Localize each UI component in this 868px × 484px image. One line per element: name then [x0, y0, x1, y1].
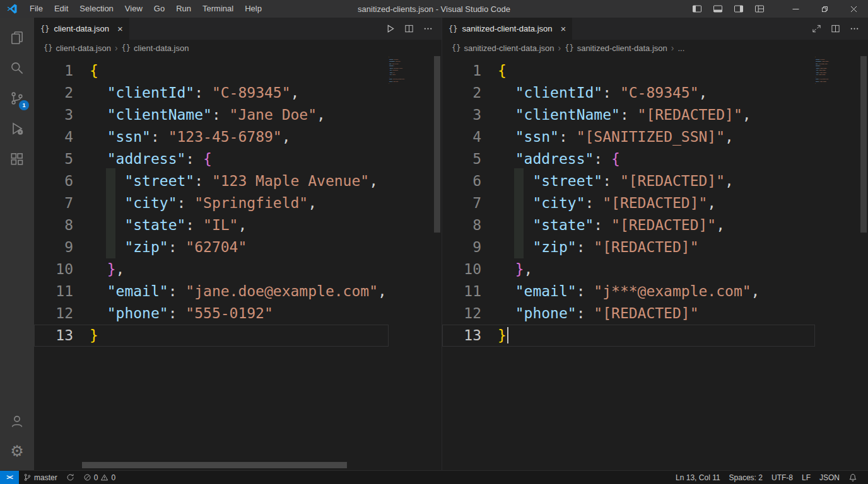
- menu-file[interactable]: File: [24, 0, 49, 18]
- extensions-icon[interactable]: [2, 144, 32, 174]
- editor-area: {} client-data.json × {}client-data: [34, 18, 868, 470]
- cursor-position[interactable]: Ln 13, Col 11: [671, 471, 725, 484]
- line-number: 1: [442, 60, 498, 82]
- code-line[interactable]: 10 },: [34, 258, 389, 280]
- more-actions-button[interactable]: [420, 21, 435, 37]
- code-line[interactable]: 1{: [442, 60, 815, 82]
- code-line[interactable]: 13}: [34, 325, 389, 347]
- search-icon[interactable]: [2, 53, 32, 83]
- menu-terminal[interactable]: Terminal: [197, 0, 239, 18]
- editor-group-right: {} sanitized-client-data.json × {}s: [442, 18, 868, 470]
- code-line[interactable]: 6 "street": "123 Maple Avenue",: [34, 170, 389, 192]
- encoding-status[interactable]: UTF-8: [767, 471, 797, 484]
- code-line[interactable]: 13}: [442, 325, 815, 347]
- toggle-panel-icon[interactable]: [707, 0, 728, 18]
- breadcrumb-item[interactable]: {}client-data.json: [122, 43, 189, 53]
- code-line[interactable]: 4 "ssn": "[SANITIZED_SSN]",: [442, 126, 815, 148]
- code-line[interactable]: 7 "city": "Springfield",: [34, 192, 389, 214]
- code-line[interactable]: 10 },: [442, 258, 815, 280]
- code-line[interactable]: 11 "email": "j***@example.com",: [442, 280, 815, 302]
- branch-status[interactable]: master: [19, 471, 62, 484]
- breadcrumb-item[interactable]: {}client-data.json: [44, 43, 111, 53]
- json-file-icon: {}: [449, 25, 457, 33]
- code-line[interactable]: 5 "address": {: [442, 148, 815, 170]
- tab-close-icon[interactable]: ×: [561, 23, 566, 34]
- remote-indicator[interactable]: ><: [0, 471, 19, 484]
- line-number: 4: [34, 126, 90, 148]
- code-line[interactable]: 8 "state": "[REDACTED]",: [442, 214, 815, 236]
- breadcrumb-item[interactable]: {}sanitized-client-data.json: [565, 43, 667, 53]
- code-line[interactable]: 11 "email": "jane.doe@example.com",: [34, 280, 389, 302]
- code-line[interactable]: 5 "address": {: [34, 148, 389, 170]
- restore-button[interactable]: [810, 0, 839, 18]
- breadcrumb-item[interactable]: ...: [677, 43, 684, 53]
- toggle-secondary-sidebar-icon[interactable]: [728, 0, 749, 18]
- code-line[interactable]: 4 "ssn": "123-45-6789",: [34, 126, 389, 148]
- run-debug-icon[interactable]: [2, 113, 32, 144]
- menu-run[interactable]: Run: [170, 0, 197, 18]
- language-mode[interactable]: JSON: [815, 471, 844, 484]
- accounts-icon[interactable]: [2, 406, 32, 436]
- horizontal-scrollbar[interactable]: [82, 462, 347, 468]
- code-line[interactable]: 8 "state": "IL",: [34, 214, 389, 236]
- code-line[interactable]: 6 "street": "[REDACTED]",: [442, 170, 815, 192]
- minimize-button[interactable]: [781, 0, 810, 18]
- line-number: 8: [34, 214, 90, 236]
- code-editor[interactable]: 1{2 "clientId": "C-89345",3 "clientName"…: [442, 56, 815, 470]
- code-line[interactable]: 12 "phone": "[REDACTED]": [442, 302, 815, 325]
- code-line[interactable]: 3 "clientName": "Jane Doe",: [34, 104, 389, 126]
- menu-help[interactable]: Help: [239, 0, 267, 18]
- line-number: 11: [442, 280, 498, 302]
- split-editor-button[interactable]: [401, 21, 416, 37]
- minimap[interactable]: 1{2 "clientId": "C-89345",3 "clientName"…: [815, 56, 859, 470]
- tab-client-data-json[interactable]: {} client-data.json ×: [34, 18, 130, 40]
- menu-edit[interactable]: Edit: [49, 0, 74, 18]
- line-number: 3: [34, 104, 90, 126]
- tab-sanitized-client-data-json[interactable]: {} sanitized-client-data.json ×: [442, 18, 573, 40]
- toggle-primary-sidebar-icon[interactable]: [686, 0, 707, 18]
- line-number: 7: [442, 192, 498, 214]
- code-line[interactable]: 3 "clientName": "[REDACTED]",: [442, 104, 815, 126]
- sync-button[interactable]: [62, 471, 79, 484]
- active-indent-guide: [106, 168, 115, 258]
- explorer-icon[interactable]: [2, 23, 32, 53]
- eol-status[interactable]: LF: [797, 471, 815, 484]
- menu-selection[interactable]: Selection: [74, 0, 119, 18]
- vertical-scrollbar[interactable]: [433, 56, 442, 470]
- settings-gear-icon[interactable]: ⚙: [2, 436, 32, 466]
- line-number: 5: [442, 148, 498, 170]
- code-line[interactable]: 2 "clientId": "C-89345",: [34, 82, 389, 104]
- breadcrumb-item[interactable]: {}sanitized-client-data.json: [452, 43, 554, 53]
- code-line[interactable]: 1{: [34, 60, 389, 82]
- code-line[interactable]: 12 "phone": "555-0192": [34, 302, 389, 325]
- line-number: 7: [34, 192, 90, 214]
- code-line[interactable]: 2 "clientId": "C-89345",: [442, 82, 815, 104]
- menu-go[interactable]: Go: [148, 0, 170, 18]
- code-line[interactable]: 7 "city": "[REDACTED]",: [442, 192, 815, 214]
- problems-status[interactable]: 0 0: [79, 471, 120, 484]
- line-number: 12: [442, 302, 498, 325]
- menu-view[interactable]: View: [119, 0, 148, 18]
- close-window-button[interactable]: [839, 0, 868, 18]
- tab-close-icon[interactable]: ×: [117, 23, 123, 34]
- line-number: 3: [442, 104, 498, 126]
- tab-label: sanitized-client-data.json: [462, 24, 552, 33]
- notifications-bell-icon[interactable]: [844, 471, 862, 484]
- line-number: 10: [442, 258, 498, 280]
- run-file-button[interactable]: [382, 21, 397, 37]
- chevron-right-icon: ›: [671, 43, 675, 53]
- text-cursor: [507, 327, 508, 343]
- code-line[interactable]: 9 "zip": "[REDACTED]": [442, 236, 815, 258]
- source-control-icon[interactable]: 1: [2, 83, 32, 113]
- title-bar: FileEditSelectionViewGoRunTerminalHelp s…: [0, 0, 868, 18]
- more-actions-button[interactable]: [847, 21, 862, 37]
- customize-layout-icon[interactable]: [749, 0, 770, 18]
- vertical-scrollbar[interactable]: [859, 56, 868, 470]
- json-file-icon: {}: [44, 43, 52, 52]
- code-line[interactable]: 9 "zip": "62704": [34, 236, 389, 258]
- code-editor[interactable]: 1{2 "clientId": "C-89345",3 "clientName"…: [34, 56, 389, 470]
- split-editor-button[interactable]: [828, 21, 843, 37]
- compare-changes-icon[interactable]: [809, 21, 824, 37]
- indentation-status[interactable]: Spaces: 2: [725, 471, 767, 484]
- minimap[interactable]: 1{2 "clientId": "C-89345",3 "clientName"…: [389, 56, 433, 470]
